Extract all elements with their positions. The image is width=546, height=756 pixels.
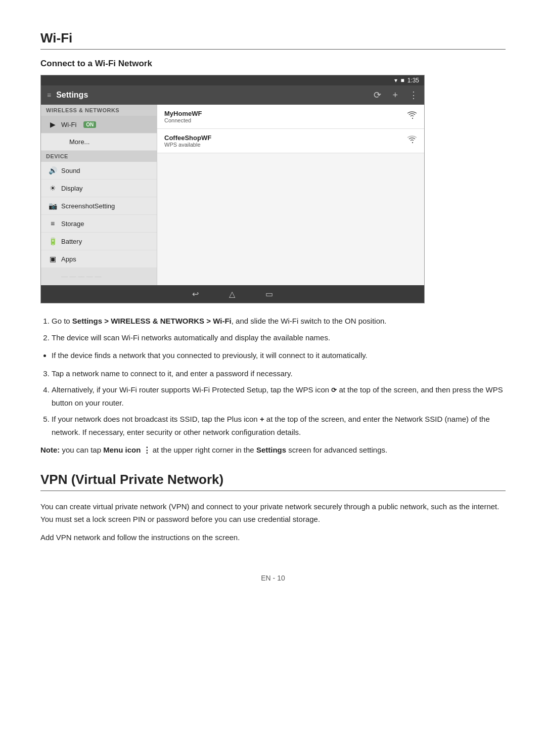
network-item-myhome[interactable]: MyHomeWF Connected (157, 105, 424, 129)
vpn-title: VPN (Virtual Private Network) (40, 472, 506, 487)
add-icon-btn[interactable]: + (392, 90, 398, 101)
nav-item-screenshot[interactable]: 📷 ScreenshotSetting (41, 197, 157, 215)
instruction-3: Tap a network name to connect to it, and… (52, 367, 506, 380)
battery-icon: 🔋 (48, 237, 57, 245)
app-icon: ≡ (47, 91, 51, 99)
nav-section-header-device: DEVICE (41, 151, 157, 162)
network-item-coffeeshop[interactable]: CoffeeShopWF WPS available (157, 129, 424, 153)
nav-item-partial: — — — — — (41, 268, 157, 285)
network-name-myhome: MyHomeWF (164, 110, 407, 117)
nav-item-storage[interactable]: ≡ Storage (41, 215, 157, 233)
menu-icon-btn[interactable]: ⋮ (409, 90, 418, 101)
display-icon: ☀ (48, 184, 57, 192)
wifi-on-badge: ON (83, 121, 96, 128)
battery-status-icon: ■ (400, 77, 404, 84)
storage-icon: ≡ (48, 219, 57, 228)
more-nav-label: More... (61, 138, 89, 146)
settings-body: WIRELESS & NETWORKS ▶ Wi-Fi ON More... D… (41, 105, 424, 285)
network-info-coffeeshop: CoffeeShopWF WPS available (164, 134, 407, 148)
back-button[interactable]: ↩ (192, 289, 199, 299)
instruction-4: Alternatively, if your Wi-Fi router supp… (52, 383, 506, 409)
nav-item-wifi[interactable]: ▶ Wi-Fi ON (41, 116, 157, 134)
vpn-divider (40, 491, 506, 491)
apps-label: Apps (61, 255, 76, 263)
wifi-nav-label: Wi-Fi (61, 121, 76, 128)
battery-label: Battery (61, 238, 82, 245)
note-paragraph: Note: you can tap Menu icon ⋮ at the upp… (40, 443, 506, 457)
status-bar: ▾ ■ 1:35 (41, 75, 424, 85)
nav-item-sound[interactable]: 🔊 Sound (41, 162, 157, 180)
sound-label: Sound (61, 167, 80, 174)
network-name-coffeeshop: CoffeeShopWF (164, 134, 407, 142)
settings-nav: WIRELESS & NETWORKS ▶ Wi-Fi ON More... D… (41, 105, 157, 285)
network-status-coffeeshop: WPS available (164, 142, 407, 148)
nav-bar: ↩ △ ▭ (41, 285, 424, 303)
network-signal-coffeeshop (407, 136, 417, 146)
screenshot-icon: 📷 (48, 202, 57, 210)
section-title: Wi-Fi (40, 30, 506, 46)
instruction-2: The device will scan Wi-Fi networks auto… (52, 331, 506, 344)
device-screenshot: ▾ ■ 1:35 ≡ Settings ⟳ + ⋮ WIRELESS & NET… (40, 75, 425, 303)
instruction-bullet: If the device finds a network that you c… (52, 349, 506, 362)
apps-icon: ▣ (48, 255, 57, 263)
subsection-title: Connect to a Wi-Fi Network (40, 59, 506, 69)
nav-item-more[interactable]: More... (41, 134, 157, 151)
vpn-para1: You can create virtual private network (… (40, 500, 506, 526)
vpn-content: You can create virtual private network (… (40, 500, 506, 544)
status-time: 1:35 (407, 77, 419, 84)
storage-label: Storage (61, 220, 84, 228)
screenshot-label: ScreenshotSetting (61, 202, 115, 210)
nav-section-header-wireless: WIRELESS & NETWORKS (41, 105, 157, 116)
network-signal-myhome (407, 111, 417, 122)
network-info-myhome: MyHomeWF Connected (164, 110, 407, 123)
action-bar: ≡ Settings ⟳ + ⋮ (41, 85, 424, 105)
doc-content: Go to Settings > WIRELESS & NETWORKS > W… (40, 315, 506, 457)
display-label: Display (61, 185, 83, 192)
sound-icon: 🔊 (48, 166, 57, 174)
home-button[interactable]: △ (229, 289, 235, 299)
partial-label: — — — — — (61, 273, 101, 280)
section-divider (40, 49, 506, 50)
settings-content: MyHomeWF Connected CoffeeShopWF WPS av (157, 105, 424, 285)
nav-item-battery[interactable]: 🔋 Battery (41, 233, 157, 250)
app-title: Settings (56, 91, 362, 100)
instruction-5: If your network does not broadcast its S… (52, 413, 506, 438)
network-status-myhome: Connected (164, 117, 407, 123)
vpn-section: VPN (Virtual Private Network) You can cr… (40, 472, 506, 544)
nav-item-apps[interactable]: ▣ Apps (41, 250, 157, 268)
page-footer: EN - 10 (40, 574, 506, 582)
wps-icon-btn[interactable]: ⟳ (374, 90, 381, 101)
vpn-para2: Add VPN network and follow the instructi… (40, 531, 506, 544)
wifi-nav-icon: ▶ (48, 120, 57, 128)
recent-button[interactable]: ▭ (265, 289, 273, 299)
nav-item-display[interactable]: ☀ Display (41, 180, 157, 197)
instruction-1: Go to Settings > WIRELESS & NETWORKS > W… (52, 315, 506, 328)
wifi-status-icon: ▾ (394, 77, 397, 84)
